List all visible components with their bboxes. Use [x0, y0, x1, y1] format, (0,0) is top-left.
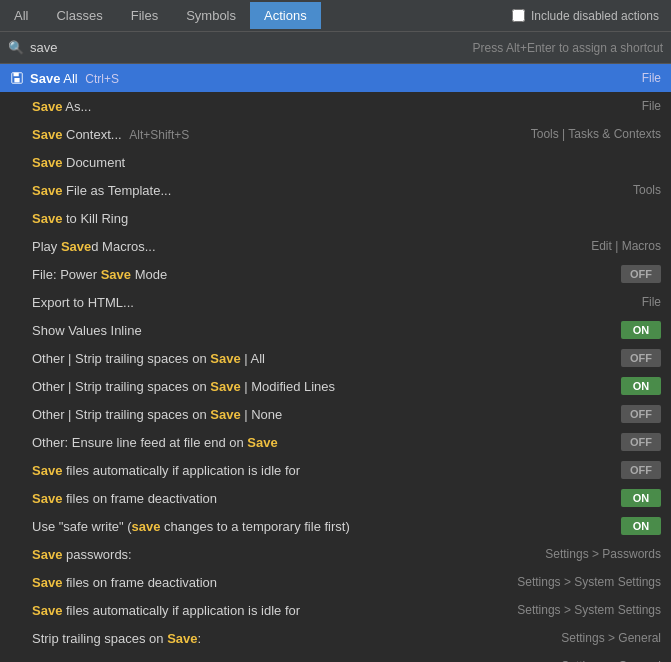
result-item[interactable]: Save All Ctrl+SFile — [0, 64, 671, 92]
item-label: Save Context... Alt+Shift+S — [32, 127, 531, 142]
search-row: 🔍 Press Alt+Enter to assign a shortcut — [0, 32, 671, 64]
item-label: Save As... — [32, 99, 642, 114]
shortcut-hint: Press Alt+Enter to assign a shortcut — [473, 41, 663, 55]
category-label: File — [642, 71, 661, 85]
toggle-on[interactable]: ON — [621, 377, 661, 395]
category-label: File — [642, 99, 661, 113]
category-label: Edit | Macros — [591, 239, 661, 253]
toggle-on[interactable]: ON — [621, 321, 661, 339]
toggle-off[interactable]: OFF — [621, 349, 661, 367]
item-label: Strip trailing spaces on Save: — [32, 631, 561, 646]
tab-files[interactable]: Files — [117, 2, 172, 29]
item-label: Save File as Template... — [32, 183, 633, 198]
tab-symbols[interactable]: Symbols — [172, 2, 250, 29]
include-disabled-area: Include disabled actions — [512, 9, 671, 23]
search-icon: 🔍 — [8, 40, 24, 55]
toggle-off[interactable]: OFF — [621, 461, 661, 479]
item-label: Export to HTML... — [32, 295, 642, 310]
result-item[interactable]: Show Values InlineON — [0, 316, 671, 344]
result-item[interactable]: Save files on frame deactivationON — [0, 484, 671, 512]
result-item[interactable]: Save Document — [0, 148, 671, 176]
item-label: Play Saved Macros... — [32, 239, 591, 254]
search-input[interactable] — [30, 40, 473, 55]
floppy-icon — [10, 71, 24, 85]
result-item[interactable]: Save files automatically if application … — [0, 596, 671, 624]
top-tabs: All Classes Files Symbols Actions Includ… — [0, 0, 671, 32]
result-item[interactable]: Save Context... Alt+Shift+STools | Tasks… — [0, 120, 671, 148]
result-item[interactable]: Save As...File — [0, 92, 671, 120]
tab-actions[interactable]: Actions — [250, 2, 321, 29]
category-label: Settings > Passwords — [545, 547, 661, 561]
item-label: Save to Kill Ring — [32, 211, 661, 226]
category-label: Settings > System Settings — [517, 603, 661, 617]
item-label: Other | Strip trailing spaces on Save | … — [32, 407, 621, 422]
result-item[interactable]: Strip trailing spaces on Save:Settings >… — [0, 624, 671, 652]
result-item[interactable]: Save to Kill Ring — [0, 204, 671, 232]
item-label: Save files automatically if application … — [32, 603, 517, 618]
result-item[interactable]: Save files automatically if application … — [0, 456, 671, 484]
result-item[interactable]: Play Saved Macros...Edit | Macros — [0, 232, 671, 260]
item-label: Save files automatically if application … — [32, 463, 621, 478]
result-item[interactable]: Other | Strip trailing spaces on Save | … — [0, 400, 671, 428]
item-label: Use "safe write" (save changes to a temp… — [32, 519, 621, 534]
item-label: Save files on frame deactivation — [32, 575, 517, 590]
category-label: Settings > System Settings — [517, 575, 661, 589]
category-label: Tools — [633, 183, 661, 197]
toggle-off[interactable]: OFF — [621, 405, 661, 423]
item-label: Other | Strip trailing spaces on Save | … — [32, 351, 621, 366]
toggle-on[interactable]: ON — [621, 489, 661, 507]
result-item[interactable]: Save files on frame deactivationSettings… — [0, 568, 671, 596]
item-label: Other: Ensure line feed at file end on S… — [32, 435, 621, 450]
toggle-off[interactable]: OFF — [621, 433, 661, 451]
tab-all[interactable]: All — [0, 2, 42, 29]
result-item[interactable]: Save passwords:Settings > Passwords — [0, 540, 671, 568]
result-item[interactable]: Other | Strip trailing spaces on Save | … — [0, 344, 671, 372]
category-label: File — [642, 295, 661, 309]
item-label: File: Power Save Mode — [32, 267, 621, 282]
tab-classes[interactable]: Classes — [42, 2, 116, 29]
svg-rect-1 — [14, 73, 19, 77]
result-item[interactable]: Export to HTML...File — [0, 288, 671, 316]
category-label: Tools | Tasks & Contexts — [531, 127, 661, 141]
result-item[interactable]: Other: Ensure line feed at file end on S… — [0, 428, 671, 456]
include-disabled-label: Include disabled actions — [531, 9, 659, 23]
item-label: Save passwords: — [32, 547, 545, 562]
item-label: Ensure line feed at file end on Save — [32, 659, 561, 663]
item-label: Show Values Inline — [32, 323, 621, 338]
category-label: Settings > General — [561, 631, 661, 645]
include-disabled-checkbox[interactable] — [512, 9, 525, 22]
item-label: Save All Ctrl+S — [30, 71, 642, 86]
result-item[interactable]: Other | Strip trailing spaces on Save | … — [0, 372, 671, 400]
result-item[interactable]: Save File as Template...Tools — [0, 176, 671, 204]
result-item[interactable]: Use "safe write" (save changes to a temp… — [0, 512, 671, 540]
results-list: Save All Ctrl+SFileSave As...FileSave Co… — [0, 64, 671, 662]
item-label: Save files on frame deactivation — [32, 491, 621, 506]
result-item[interactable]: Ensure line feed at file end on SaveSett… — [0, 652, 671, 662]
item-label: Save Document — [32, 155, 661, 170]
item-label: Other | Strip trailing spaces on Save | … — [32, 379, 621, 394]
result-item[interactable]: File: Power Save ModeOFF — [0, 260, 671, 288]
toggle-on[interactable]: ON — [621, 517, 661, 535]
shortcut-text: Ctrl+S — [85, 72, 119, 86]
svg-rect-2 — [14, 78, 19, 82]
toggle-off[interactable]: OFF — [621, 265, 661, 283]
shortcut-text: Alt+Shift+S — [129, 128, 189, 142]
